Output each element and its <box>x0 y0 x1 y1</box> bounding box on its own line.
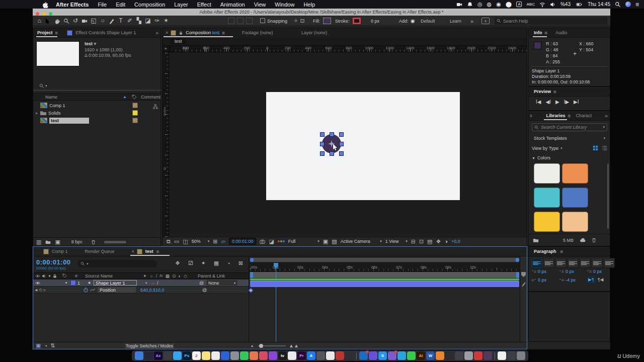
libraries-panel-menu-icon[interactable]: ≡ <box>568 113 571 119</box>
project-item-name[interactable]: test <box>85 41 93 46</box>
input-source-icon[interactable]: A <box>516 2 522 7</box>
menu-item-help[interactable]: Help <box>299 2 319 8</box>
pan-behind-tool-icon[interactable]: ◱ <box>89 17 98 24</box>
layer-label-chip[interactable] <box>70 280 76 286</box>
volume-icon[interactable] <box>550 2 556 8</box>
draft-3d-icon[interactable]: ⚂ <box>188 260 193 266</box>
camera-dropdown[interactable]: Active Camera▾ <box>341 239 382 244</box>
selection-handle[interactable] <box>339 151 344 156</box>
color-swatch-5[interactable] <box>534 212 560 232</box>
primary-viewer-icon[interactable]: ▭ <box>174 238 179 245</box>
fill-label[interactable]: Fill: <box>313 19 320 24</box>
solo-column-icon[interactable]: ● <box>48 274 51 278</box>
menu-item-layer[interactable]: Layer <box>170 2 193 8</box>
workspace-default[interactable]: Default <box>421 19 435 24</box>
apple-menu-icon[interactable] <box>42 1 48 8</box>
next-keyframe-icon[interactable]: ▶ <box>44 288 46 292</box>
dock-icon-document[interactable] <box>498 351 506 360</box>
stamp-tool-icon[interactable]: ▚ <box>134 17 143 24</box>
dock-icon-music[interactable] <box>259 351 268 360</box>
comp-marker-button[interactable] <box>521 272 526 277</box>
dock-icon-viber[interactable] <box>388 351 396 360</box>
library-trash-icon[interactable] <box>591 237 597 243</box>
tab-composition[interactable]: Composition test <box>186 30 219 35</box>
viewer-current-time[interactable]: 0:00:01:00 <box>229 238 257 245</box>
workspace-overflow[interactable]: » <box>470 18 473 24</box>
align-center-button[interactable] <box>543 258 554 268</box>
dock-icon-skype[interactable]: S <box>378 351 387 360</box>
justify-last-right-button[interactable] <box>592 258 603 268</box>
motion-blur-icon[interactable]: ◔ <box>227 260 230 266</box>
selection-handle[interactable] <box>339 142 344 146</box>
composition-canvas[interactable] <box>266 92 460 200</box>
audio-column-icon[interactable] <box>42 274 47 279</box>
timeline-panel-menu-icon[interactable]: ≡ <box>156 249 159 254</box>
lock-icon[interactable] <box>179 31 183 35</box>
tab-preview[interactable]: Preview <box>534 89 551 94</box>
add-menu-icon[interactable]: ◉ <box>411 18 415 24</box>
graph-toggle-icon[interactable] <box>90 287 96 293</box>
column-name[interactable]: Name <box>45 95 57 100</box>
libraries-tab-overflow[interactable]: » <box>605 113 608 119</box>
project-tab-overflow[interactable]: » <box>155 30 158 36</box>
dock-icon-photoshop[interactable]: Ps <box>183 351 191 360</box>
dock-icon-trash[interactable] <box>517 351 525 360</box>
minimize-window-button[interactable] <box>42 12 46 16</box>
project-search-field[interactable]: ▾ <box>33 81 162 90</box>
playhead-line[interactable] <box>276 268 276 342</box>
quality-switch-icon[interactable]: / <box>156 274 157 279</box>
parent-link-dropdown[interactable]: None▾ <box>206 280 237 286</box>
mask-visibility-icon[interactable]: ▱ <box>221 238 225 245</box>
tab-effect-controls[interactable]: Effect Controls Shape Layer 1 <box>75 30 136 35</box>
spotlight-search-icon[interactable] <box>615 2 621 8</box>
brush-tool-icon[interactable]: ✐ <box>125 17 134 24</box>
property-value[interactable]: 640,0,510,0 <box>140 288 165 293</box>
siri-icon[interactable] <box>625 2 631 7</box>
channel-goggles-icon[interactable]: ◫ <box>183 238 188 245</box>
dock-icon-textedit[interactable] <box>211 351 220 360</box>
dock-icon-finder[interactable] <box>135 351 143 360</box>
tab-render-queue[interactable]: Render Queue <box>85 249 115 254</box>
tab-layer[interactable]: Layer (none) <box>301 30 327 35</box>
new-folder-icon[interactable] <box>45 239 51 245</box>
horizontal-ruler[interactable]: 8006004002000200400600800100012001400160… <box>170 46 527 52</box>
selection-handle[interactable] <box>330 151 334 156</box>
shy-switch-icon[interactable]: ✦ <box>143 274 147 279</box>
dock-icon-apple-tv[interactable]: tv <box>278 351 287 360</box>
property-row-position[interactable]: ◀ ◇ ▶ Position 640,0,510,0 @ <box>33 287 249 294</box>
hand-tool-icon[interactable] <box>53 17 62 24</box>
next-frame-button[interactable]: Ι▶ <box>564 99 569 105</box>
dock-icon-telegram[interactable] <box>397 351 406 360</box>
dock-icon-purple-app[interactable] <box>369 351 377 360</box>
indent-first-line[interactable]: ≡⁺0 px <box>531 278 546 283</box>
workspace-bar-icon[interactable]: ± <box>481 18 490 24</box>
control-center-icon[interactable]: ≡ <box>635 1 639 8</box>
dock-icon-garageband[interactable] <box>345 351 354 360</box>
menu-item-animation[interactable]: Animation <box>216 2 250 8</box>
zoom-in-mountain-icon[interactable]: ▲▲ <box>289 343 299 348</box>
library-folder-icon[interactable] <box>533 237 539 243</box>
dock-icon-flame-app[interactable] <box>436 351 444 360</box>
project-row-name[interactable]: Solids <box>48 111 61 116</box>
ruler-origin-crosshair[interactable]: + <box>163 46 170 52</box>
label-chip[interactable] <box>132 118 138 123</box>
dock-icon-outlook[interactable] <box>359 351 368 360</box>
menu-item-composition[interactable]: Composition <box>130 2 170 8</box>
search-scope-chevron-icon[interactable]: ▾ <box>603 125 605 129</box>
indent-left-margin[interactable]: ⁺≡0 px <box>531 269 546 274</box>
dock-icon-app-store[interactable]: A <box>307 351 315 360</box>
fill-color-swatch[interactable] <box>323 18 331 24</box>
tab-project[interactable]: Project <box>37 30 53 35</box>
threed-switch-icon[interactable]: ◇ <box>184 274 187 279</box>
timeline-button-icon[interactable]: ▤ <box>427 238 432 245</box>
zoom-out-mountain-icon[interactable]: ▴ <box>251 343 253 348</box>
menu-item-edit[interactable]: Edit <box>111 2 130 8</box>
dock-icon-word[interactable]: W <box>426 351 435 360</box>
column-parent-link[interactable]: Parent & Link <box>198 274 225 279</box>
exposure-value[interactable]: +0,0 <box>451 239 460 244</box>
space-before[interactable]: ⁺≡0 px <box>587 269 602 274</box>
dock-icon-film-app[interactable] <box>484 351 492 360</box>
dock-icon-calendar[interactable]: 2 <box>192 351 201 360</box>
tab-timeline-test[interactable]: test <box>145 249 153 254</box>
tab-timeline-comp1[interactable]: Comp 1 <box>52 249 68 254</box>
